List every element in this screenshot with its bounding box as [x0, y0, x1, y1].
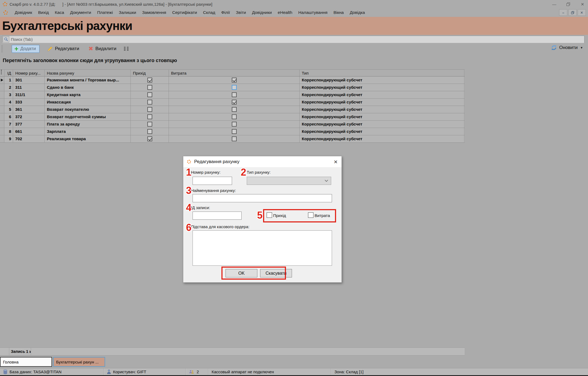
- cash-order-textarea[interactable]: [193, 230, 332, 266]
- column-header-tip[interactable]: Тип: [300, 70, 464, 76]
- row-selector-cell[interactable]: [0, 121, 4, 128]
- cell-id[interactable]: 4: [4, 99, 13, 106]
- cell-tip[interactable]: Корреспондирующий субсчет: [300, 113, 464, 120]
- cell-id[interactable]: 5: [4, 106, 13, 113]
- menu-item-12[interactable]: eHealth: [275, 9, 295, 16]
- mdi-restore-button[interactable]: [568, 9, 577, 16]
- cell-tip[interactable]: Корреспондирующий субсчет: [300, 128, 464, 135]
- menu-item-1[interactable]: Вихід: [35, 9, 52, 16]
- cell-num[interactable]: 311/1: [13, 91, 45, 98]
- dialog-title-bar[interactable]: Редагування рахунку ✕: [183, 156, 342, 167]
- record-id-input[interactable]: [193, 212, 242, 220]
- cell-num[interactable]: 661: [13, 128, 45, 135]
- prihid-checkbox[interactable]: [147, 100, 152, 105]
- cell-id[interactable]: 7: [4, 121, 13, 128]
- cell-id[interactable]: 8: [4, 128, 13, 135]
- delete-button[interactable]: ✖ Видалити: [87, 45, 118, 52]
- cell-tip[interactable]: Корреспондирующий субсчет: [300, 99, 464, 106]
- cell-tip[interactable]: Корреспондирующий субсчет: [300, 121, 464, 128]
- menu-item-5[interactable]: Залишки: [116, 9, 139, 16]
- menu-item-8[interactable]: Склад: [200, 9, 218, 16]
- cell-id[interactable]: 1: [4, 77, 13, 84]
- row-selector-cell[interactable]: [0, 106, 4, 113]
- cell-num[interactable]: 311: [13, 84, 45, 91]
- prihid-checkbox[interactable]: [147, 85, 152, 90]
- cell-name[interactable]: Плата за аренду: [45, 121, 131, 128]
- row-selector-cell[interactable]: [0, 84, 4, 91]
- menu-item-9[interactable]: Філії: [218, 9, 233, 16]
- cell-id[interactable]: 3: [4, 91, 13, 98]
- prihid-checkbox[interactable]: [147, 114, 152, 119]
- cell-num[interactable]: 702: [13, 135, 45, 142]
- prihid-checkbox[interactable]: [147, 122, 152, 127]
- vitrata-checkbox[interactable]: [232, 114, 237, 119]
- cell-tip[interactable]: Корреспондирующий субсчет: [300, 77, 464, 84]
- prihid-checkbox[interactable]: [147, 107, 152, 112]
- table-row[interactable]: 4333ИнкассацияКорреспондирующий субсчет: [0, 99, 465, 106]
- cell-id[interactable]: 6: [4, 113, 13, 120]
- vitrata-checkbox[interactable]: [232, 100, 237, 105]
- menu-item-15[interactable]: Довідка: [347, 9, 368, 16]
- column-header-num[interactable]: Номер раху...: [13, 70, 45, 76]
- table-row[interactable]: 7377Плата за арендуКорреспондирующий суб…: [0, 121, 465, 128]
- cell-name[interactable]: Реализация товара: [45, 135, 131, 142]
- menu-item-14[interactable]: Вікна: [330, 9, 347, 16]
- account-number-input[interactable]: [193, 177, 232, 185]
- table-row[interactable]: 2311Сдано в банкКорреспондирующий субсче…: [0, 84, 465, 91]
- cell-name[interactable]: Кредитная карта: [45, 91, 131, 98]
- vitrata-checkbox[interactable]: [232, 92, 237, 97]
- prihid-checkbox[interactable]: [147, 78, 152, 82]
- columns-icon[interactable]: [123, 46, 129, 51]
- minimize-button[interactable]: —: [552, 2, 556, 6]
- groupby-hint[interactable]: Перетягніть заголовок колонки сюди для у…: [3, 58, 177, 63]
- cell-id[interactable]: 9: [4, 135, 13, 142]
- refresh-dropdown-caret[interactable]: ▼: [580, 46, 583, 49]
- toolbar-grip[interactable]: [2, 45, 3, 52]
- cell-id[interactable]: 2: [4, 84, 13, 91]
- account-name-input[interactable]: [193, 194, 332, 202]
- menu-item-4[interactable]: Платежі: [94, 9, 116, 16]
- cell-num[interactable]: 301: [13, 77, 45, 84]
- vitrata-checkbox[interactable]: [232, 78, 237, 82]
- prihid-checkbox[interactable]: [147, 129, 152, 134]
- add-button[interactable]: + Додати: [12, 45, 39, 53]
- taskbar-tab-1[interactable]: Бухгалтерські рахун ...: [53, 357, 105, 367]
- cell-name[interactable]: Зарплата: [45, 128, 131, 135]
- cell-name[interactable]: Возврат подотчетной суммы: [45, 113, 131, 120]
- row-selector-cell[interactable]: [0, 113, 4, 120]
- cell-name[interactable]: Сдано в банк: [45, 84, 131, 91]
- cell-name[interactable]: Инкассация: [45, 99, 131, 106]
- restore-button[interactable]: [566, 2, 570, 6]
- search-icon[interactable]: [3, 36, 9, 42]
- vitrata-checkbox[interactable]: [232, 85, 237, 90]
- mdi-minimize-button[interactable]: –: [559, 9, 567, 16]
- menu-item-7[interactable]: Сертифікати: [169, 9, 200, 16]
- row-selector-cell[interactable]: [0, 128, 4, 135]
- column-header-id[interactable]: ІД: [4, 70, 13, 76]
- table-row[interactable]: 8661ЗарплатаКорреспондирующий субсчет: [0, 128, 465, 135]
- menu-item-0[interactable]: Довідник: [12, 9, 35, 16]
- cell-num[interactable]: 377: [13, 121, 45, 128]
- cell-tip[interactable]: Корреспондирующий субсчет: [300, 106, 464, 113]
- cell-name[interactable]: Возврат покупателю: [45, 106, 131, 113]
- mdi-close-button[interactable]: ✕: [578, 9, 586, 16]
- table-row[interactable]: 9702Реализация товараКорреспондирующий с…: [0, 135, 465, 143]
- table-row[interactable]: 5361Возврат покупателюКорреспондирующий …: [0, 106, 465, 113]
- column-header-name[interactable]: Назва рахунку: [45, 70, 131, 76]
- row-selector-cell[interactable]: [0, 99, 4, 106]
- dialog-close-icon[interactable]: ✕: [334, 159, 338, 165]
- table-row[interactable]: 1301Разменная монета / Торговая выр...Ко…: [0, 77, 465, 84]
- menu-item-3[interactable]: Документи: [67, 9, 94, 16]
- edit-button[interactable]: Редагувати: [45, 45, 81, 53]
- vitrata-checkbox[interactable]: [232, 107, 237, 112]
- row-selector-cell[interactable]: [0, 91, 4, 98]
- refresh-button[interactable]: Оновити ▼: [551, 45, 583, 51]
- vitrata-checkbox[interactable]: [232, 129, 237, 134]
- column-header-vitrata[interactable]: Витрата: [169, 70, 300, 76]
- cell-name[interactable]: Разменная монета / Торговая выр...: [45, 77, 131, 84]
- prihid-checkbox[interactable]: [147, 92, 152, 97]
- column-header-prihid[interactable]: Прихід: [131, 70, 169, 76]
- cell-num[interactable]: 333: [13, 99, 45, 106]
- cell-tip[interactable]: Корреспондирующий субсчет: [300, 84, 464, 91]
- row-selector-cell[interactable]: [0, 77, 4, 84]
